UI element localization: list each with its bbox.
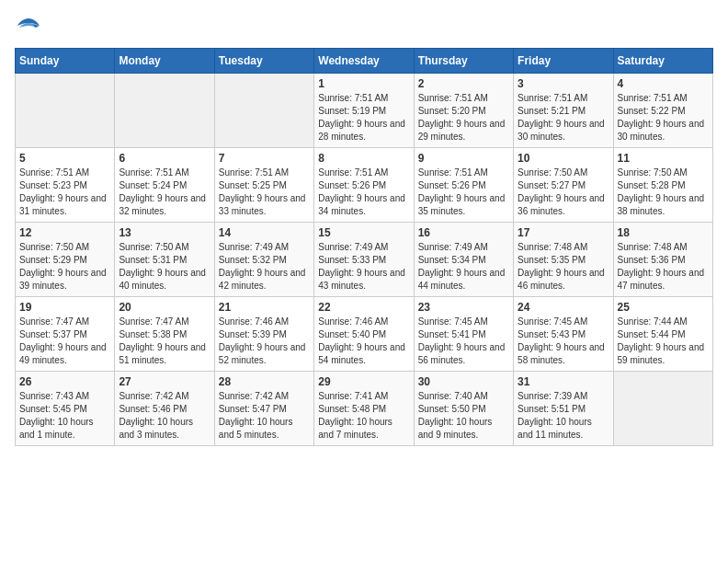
day-number: 21: [219, 301, 310, 314]
day-info: Sunrise: 7:43 AMSunset: 5:45 PMDaylight:…: [19, 391, 94, 440]
calendar-cell: 23Sunrise: 7:45 AMSunset: 5:41 PMDayligh…: [414, 297, 513, 372]
calendar-cell: 7Sunrise: 7:51 AMSunset: 5:25 PMDaylight…: [214, 148, 313, 223]
calendar-week-row: 26Sunrise: 7:43 AMSunset: 5:45 PMDayligh…: [16, 372, 713, 446]
day-info: Sunrise: 7:50 AMSunset: 5:28 PMDaylight:…: [618, 167, 705, 216]
calendar-week-row: 12Sunrise: 7:50 AMSunset: 5:29 PMDayligh…: [16, 223, 713, 297]
day-info: Sunrise: 7:51 AMSunset: 5:23 PMDaylight:…: [19, 167, 107, 216]
day-number: 22: [318, 301, 409, 314]
logo: [15, 15, 46, 37]
day-info: Sunrise: 7:42 AMSunset: 5:46 PMDaylight:…: [119, 391, 193, 440]
day-number: 5: [19, 152, 110, 165]
day-number: 31: [518, 375, 609, 388]
day-info: Sunrise: 7:51 AMSunset: 5:26 PMDaylight:…: [318, 167, 405, 216]
calendar-cell: 27Sunrise: 7:42 AMSunset: 5:46 PMDayligh…: [115, 372, 214, 446]
calendar-cell: [115, 74, 214, 148]
day-info: Sunrise: 7:47 AMSunset: 5:38 PMDaylight:…: [119, 316, 206, 365]
day-number: 12: [19, 226, 110, 239]
calendar-cell: [16, 74, 115, 148]
calendar-cell: 10Sunrise: 7:50 AMSunset: 5:27 PMDayligh…: [514, 148, 613, 223]
day-number: 29: [318, 375, 409, 388]
calendar-cell: 29Sunrise: 7:41 AMSunset: 5:48 PMDayligh…: [314, 372, 414, 446]
day-info: Sunrise: 7:41 AMSunset: 5:48 PMDaylight:…: [318, 391, 392, 440]
day-number: 27: [119, 375, 210, 388]
calendar-cell: 11Sunrise: 7:50 AMSunset: 5:28 PMDayligh…: [613, 148, 712, 223]
calendar-week-row: 5Sunrise: 7:51 AMSunset: 5:23 PMDaylight…: [16, 148, 713, 223]
calendar-cell: 14Sunrise: 7:49 AMSunset: 5:32 PMDayligh…: [214, 223, 313, 297]
day-info: Sunrise: 7:42 AMSunset: 5:47 PMDaylight:…: [219, 391, 293, 440]
day-info: Sunrise: 7:51 AMSunset: 5:20 PMDaylight:…: [418, 93, 506, 142]
calendar-header: Sunday Monday Tuesday Wednesday Thursday…: [16, 49, 713, 74]
day-number: 7: [219, 152, 310, 165]
calendar-cell: 25Sunrise: 7:44 AMSunset: 5:44 PMDayligh…: [613, 297, 712, 372]
day-number: 18: [618, 226, 709, 239]
logo-icon: [15, 15, 42, 37]
day-number: 6: [119, 152, 210, 165]
calendar-cell: 18Sunrise: 7:48 AMSunset: 5:36 PMDayligh…: [613, 223, 712, 297]
day-info: Sunrise: 7:49 AMSunset: 5:33 PMDaylight:…: [318, 242, 405, 291]
day-number: 24: [518, 301, 609, 314]
calendar-cell: 5Sunrise: 7:51 AMSunset: 5:23 PMDaylight…: [16, 148, 115, 223]
day-number: 26: [19, 375, 110, 388]
calendar-week-row: 19Sunrise: 7:47 AMSunset: 5:37 PMDayligh…: [16, 297, 713, 372]
calendar-cell: 12Sunrise: 7:50 AMSunset: 5:29 PMDayligh…: [16, 223, 115, 297]
day-info: Sunrise: 7:51 AMSunset: 5:22 PMDaylight:…: [618, 93, 705, 142]
day-number: 17: [518, 226, 609, 239]
calendar-cell: 26Sunrise: 7:43 AMSunset: 5:45 PMDayligh…: [16, 372, 115, 446]
col-tuesday: Tuesday: [214, 49, 313, 74]
calendar-cell: 28Sunrise: 7:42 AMSunset: 5:47 PMDayligh…: [214, 372, 313, 446]
day-number: 14: [219, 226, 310, 239]
calendar-cell: 9Sunrise: 7:51 AMSunset: 5:26 PMDaylight…: [414, 148, 513, 223]
calendar-cell: 30Sunrise: 7:40 AMSunset: 5:50 PMDayligh…: [414, 372, 513, 446]
calendar-cell: [214, 74, 313, 148]
calendar-cell: 13Sunrise: 7:50 AMSunset: 5:31 PMDayligh…: [115, 223, 214, 297]
day-number: 16: [418, 226, 509, 239]
calendar-body: 1Sunrise: 7:51 AMSunset: 5:19 PMDaylight…: [16, 74, 713, 446]
day-info: Sunrise: 7:48 AMSunset: 5:35 PMDaylight:…: [518, 242, 605, 291]
day-info: Sunrise: 7:44 AMSunset: 5:44 PMDaylight:…: [618, 316, 705, 365]
day-number: 19: [19, 301, 110, 314]
day-number: 30: [418, 375, 509, 388]
day-info: Sunrise: 7:51 AMSunset: 5:26 PMDaylight:…: [418, 167, 506, 216]
day-number: 15: [318, 226, 409, 239]
calendar-week-row: 1Sunrise: 7:51 AMSunset: 5:19 PMDaylight…: [16, 74, 713, 148]
calendar-cell: 1Sunrise: 7:51 AMSunset: 5:19 PMDaylight…: [314, 74, 414, 148]
calendar-cell: 21Sunrise: 7:46 AMSunset: 5:39 PMDayligh…: [214, 297, 313, 372]
day-info: Sunrise: 7:51 AMSunset: 5:25 PMDaylight:…: [219, 167, 306, 216]
day-number: 13: [119, 226, 210, 239]
day-number: 3: [518, 77, 609, 90]
day-info: Sunrise: 7:50 AMSunset: 5:29 PMDaylight:…: [19, 242, 107, 291]
day-info: Sunrise: 7:48 AMSunset: 5:36 PMDaylight:…: [618, 242, 705, 291]
calendar-cell: 8Sunrise: 7:51 AMSunset: 5:26 PMDaylight…: [314, 148, 414, 223]
day-info: Sunrise: 7:51 AMSunset: 5:21 PMDaylight:…: [518, 93, 605, 142]
day-info: Sunrise: 7:50 AMSunset: 5:31 PMDaylight:…: [119, 242, 206, 291]
calendar-cell: 3Sunrise: 7:51 AMSunset: 5:21 PMDaylight…: [514, 74, 613, 148]
day-number: 28: [219, 375, 310, 388]
day-info: Sunrise: 7:49 AMSunset: 5:32 PMDaylight:…: [219, 242, 306, 291]
calendar-cell: 22Sunrise: 7:46 AMSunset: 5:40 PMDayligh…: [314, 297, 414, 372]
day-number: 4: [618, 77, 709, 90]
day-number: 11: [618, 152, 709, 165]
day-info: Sunrise: 7:50 AMSunset: 5:27 PMDaylight:…: [518, 167, 605, 216]
col-sunday: Sunday: [16, 49, 115, 74]
day-number: 10: [518, 152, 609, 165]
day-info: Sunrise: 7:51 AMSunset: 5:24 PMDaylight:…: [119, 167, 206, 216]
day-info: Sunrise: 7:49 AMSunset: 5:34 PMDaylight:…: [418, 242, 506, 291]
day-number: 1: [318, 77, 409, 90]
day-number: 25: [618, 301, 709, 314]
calendar-cell: 4Sunrise: 7:51 AMSunset: 5:22 PMDaylight…: [613, 74, 712, 148]
day-info: Sunrise: 7:40 AMSunset: 5:50 PMDaylight:…: [418, 391, 493, 440]
col-wednesday: Wednesday: [314, 49, 414, 74]
day-number: 8: [318, 152, 409, 165]
page-header: [15, 15, 713, 37]
calendar-cell: 24Sunrise: 7:45 AMSunset: 5:43 PMDayligh…: [514, 297, 613, 372]
day-number: 2: [418, 77, 509, 90]
day-info: Sunrise: 7:45 AMSunset: 5:43 PMDaylight:…: [518, 316, 605, 365]
col-saturday: Saturday: [613, 49, 712, 74]
day-info: Sunrise: 7:45 AMSunset: 5:41 PMDaylight:…: [418, 316, 506, 365]
day-info: Sunrise: 7:47 AMSunset: 5:37 PMDaylight:…: [19, 316, 107, 365]
day-info: Sunrise: 7:51 AMSunset: 5:19 PMDaylight:…: [318, 93, 405, 142]
day-info: Sunrise: 7:46 AMSunset: 5:40 PMDaylight:…: [318, 316, 405, 365]
day-info: Sunrise: 7:46 AMSunset: 5:39 PMDaylight:…: [219, 316, 306, 365]
header-row: Sunday Monday Tuesday Wednesday Thursday…: [16, 49, 713, 74]
day-number: 23: [418, 301, 509, 314]
